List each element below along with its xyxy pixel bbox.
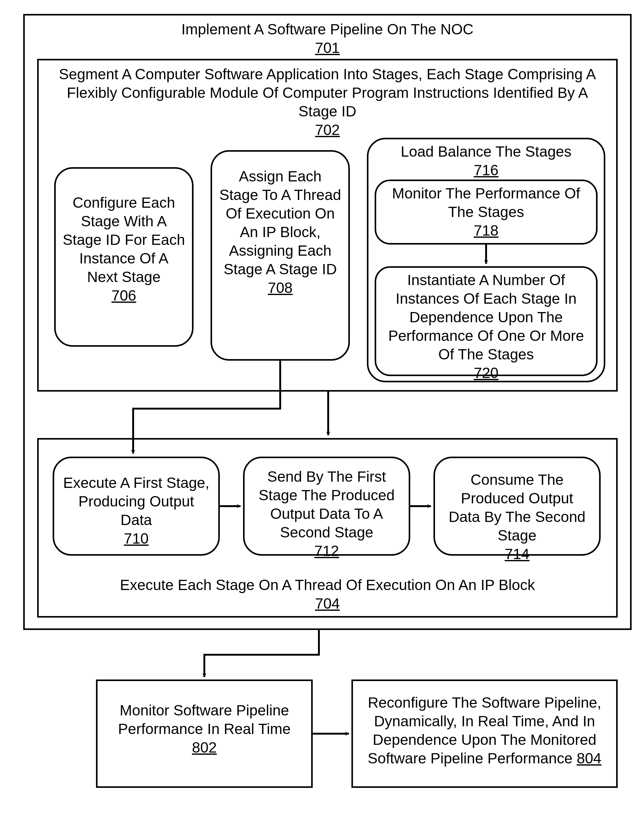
block-710: Execute A First Stage, Producing Output … <box>53 457 220 556</box>
block-710-text: Execute A First Stage, Producing Output … <box>63 474 209 528</box>
block-718-ref: 718 <box>474 222 499 239</box>
block-718: Monitor The Performance Of The Stages 71… <box>375 179 598 244</box>
block-804-ref: 804 <box>576 750 601 766</box>
block-718-text: Monitor The Performance Of The Stages <box>392 185 580 220</box>
block-802: Monitor Software Pipeline Performance In… <box>96 680 313 788</box>
block-708: Assign Each Stage To A Thread Of Executi… <box>210 150 350 361</box>
block-708-text: Assign Each Stage To A Thread Of Executi… <box>219 168 341 277</box>
block-710-ref: 710 <box>124 530 148 547</box>
block-804-text: Reconfigure The Software Pipeline, Dynam… <box>368 694 601 766</box>
block-714: Consume The Produced Output Data By The … <box>434 457 601 556</box>
block-716-text: Load Balance The Stages <box>401 143 571 160</box>
block-720-text: Instantiate A Number Of Instances Of Eac… <box>388 272 584 363</box>
block-704-text: Execute Each Stage On A Thread Of Execut… <box>120 577 535 593</box>
block-802-text: Monitor Software Pipeline Performance In… <box>118 702 291 737</box>
block-714-text: Consume The Produced Output Data By The … <box>449 471 585 544</box>
block-702-ref: 702 <box>315 122 340 138</box>
block-712-text: Send By The First Stage The Produced Out… <box>258 468 394 541</box>
block-706: Configure Each Stage With A Stage ID For… <box>54 167 193 347</box>
block-716-ref: 716 <box>474 162 499 178</box>
block-706-text: Configure Each Stage With A Stage ID For… <box>63 195 185 285</box>
block-702-text: Segment A Computer Software Application … <box>59 66 596 119</box>
block-708-ref: 708 <box>268 280 293 296</box>
block-720-ref: 720 <box>474 365 499 381</box>
block-704-ref: 704 <box>315 595 340 612</box>
block-802-ref: 802 <box>192 739 217 755</box>
block-701-ref: 701 <box>315 40 340 56</box>
block-712: Send By The First Stage The Produced Out… <box>243 457 410 556</box>
block-701-text: Implement A Software Pipeline On The NOC <box>181 21 474 37</box>
block-712-ref: 712 <box>314 543 339 559</box>
block-720: Instantiate A Number Of Instances Of Eac… <box>375 266 598 376</box>
block-714-ref: 714 <box>505 546 530 562</box>
flowchart-canvas: Implement A Software Pipeline On The NOC… <box>0 0 644 825</box>
block-804: Reconfigure The Software Pipeline, Dynam… <box>351 680 618 788</box>
block-706-ref: 706 <box>111 287 136 304</box>
